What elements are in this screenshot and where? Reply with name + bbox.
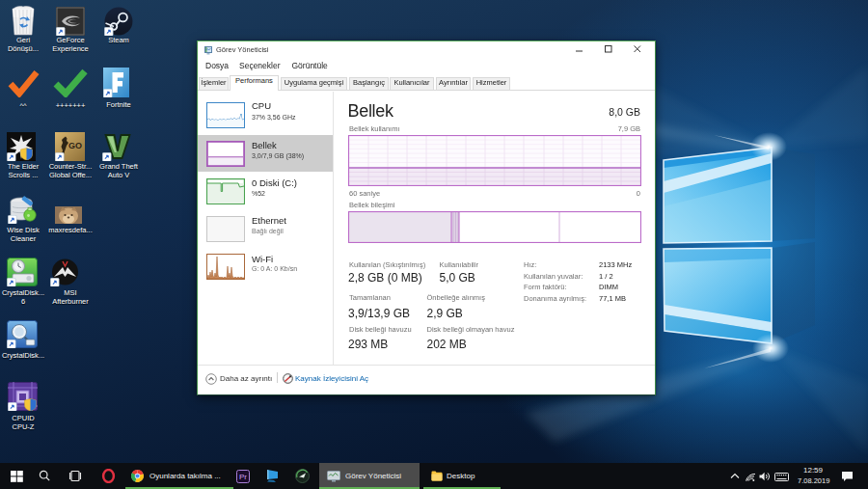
svg-text:Pr: Pr: [239, 473, 247, 481]
svg-text:GO: GO: [68, 141, 82, 150]
